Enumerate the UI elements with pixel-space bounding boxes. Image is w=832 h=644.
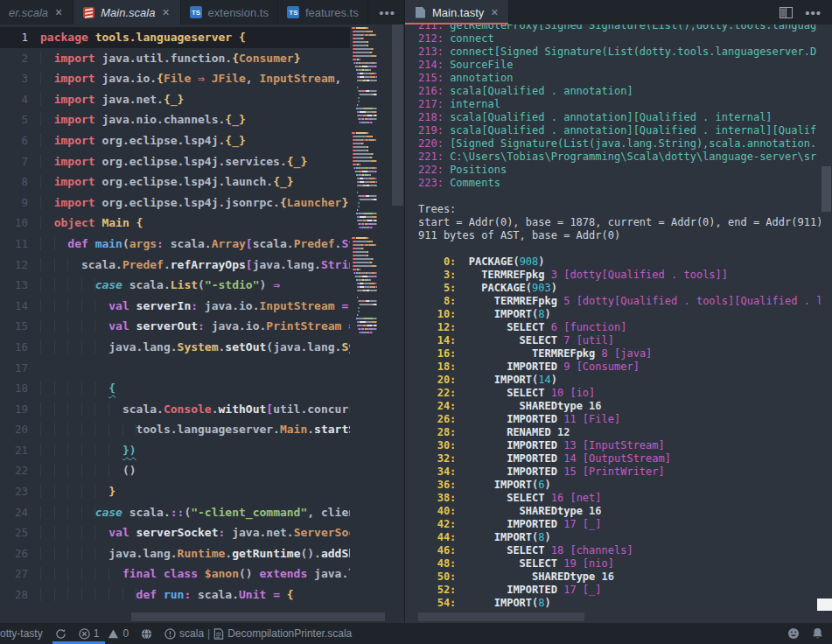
right-code-lines: 211: getRemoteProxy[Signed Signature(Lis… [418,24,821,612]
line-number: 8 [0,172,40,192]
tasty-line: 48: SELECT 19 [nio] [418,557,821,570]
file-file-icon [414,6,427,19]
code-line: 24 case scala.::("-client_command", clie… [0,502,350,523]
tasty-line: 12: SELECT 6 [function] [418,321,821,334]
line-number: 28 [0,584,40,606]
tasty-line [418,190,821,203]
problems-item[interactable]: 1 0 [79,627,129,640]
scroll-corner [817,598,832,611]
tasty-line: 30: IMPORTED 13 [InputStream] [418,439,821,452]
language-mode-item[interactable]: scala | DecompilationPrinter.scala [164,627,352,640]
tasty-line: start = Addr(0), base = 1878, current = … [418,216,821,229]
tasty-line: 52: IMPORTED 17 [_] [418,584,821,597]
minimap[interactable] [350,24,391,623]
tab-main-tasty[interactable]: Main.tasty× [405,0,509,24]
close-icon[interactable]: × [160,6,171,18]
live-share-button[interactable] [141,628,152,640]
editor-pane-scala[interactable]: 1package tools.languageserver {2 import … [0,24,405,623]
status-bar: otty-tasty 1 0 scala | DecompilationPrin… [0,623,832,644]
tab-main-scala[interactable]: Main.scala× [73,0,180,24]
line-number: 24 [0,502,40,523]
line-number: 14 [0,296,40,317]
code-line: 10 object Main { [0,213,350,234]
line-number: 2 [0,48,40,69]
line-number: 9 [0,192,40,214]
tasty-line: 24: SHAREDtype 16 [418,400,821,413]
tasty-line: 0: PACKAGE(908) [418,256,821,269]
tasty-line: 50: SHAREDtype 16 [418,570,821,584]
code-line: 7 import org.eclipse.lsp4j.services.{_} [0,151,350,172]
vscode-window: er.scala×Main.scala×TSextension.tsTSfeat… [0,0,832,644]
tasty-line: 32: IMPORTED 14 [OutputStream] [418,452,821,466]
line-number: 7 [0,151,40,172]
tasty-line: 40: SHAREDtype 16 [418,505,821,518]
scala-file-icon [82,6,95,19]
code-line: 20 tools.languageserver.Main.startS [0,419,350,440]
more-actions-icon[interactable]: ••• [805,5,822,20]
code-line: 21 }) [0,440,350,461]
line-number: 1 [0,27,40,48]
line-number: 13 [0,275,40,296]
line-number: 19 [0,399,40,420]
tasty-line: Trees: [418,203,821,216]
tasty-line: 42: IMPORTED 17 [_] [418,518,821,531]
smiley-icon [787,627,800,640]
status-left: otty-tasty 1 0 scala | DecompilationPrin… [0,627,352,640]
tab-label: extension.ts [208,6,269,19]
close-icon[interactable]: × [489,6,500,18]
tasty-line: 215: annotation [418,72,821,85]
tasty-line: 219: scala[Qualified . annotation][Quali… [418,124,821,137]
code-line: 26 java.lang.Runtime.getRuntime().addSh [0,543,350,564]
ts-file-icon: TS [190,6,203,19]
sync-button[interactable] [55,628,66,640]
tab-bar: er.scala×Main.scala×TSextension.tsTSfeat… [0,0,832,24]
tasty-line: 18: IMPORTED 9 [Consumer] [418,360,821,374]
tab-features-ts[interactable]: TSfeatures.ts [278,0,368,24]
right-horizontal-scrollbar[interactable] [418,612,584,621]
code-line: 25 val serverSocket: java.net.ServerSoc [0,522,350,543]
warning-icon [108,628,119,640]
line-number: 18 [0,378,40,399]
notifications-button[interactable] [812,627,823,640]
close-icon[interactable]: × [53,6,64,18]
globe-icon [141,628,152,640]
tasty-line [418,242,821,256]
split-editor-icon[interactable] [780,7,793,18]
line-number: 25 [0,522,40,543]
line-number: 6 [0,130,40,151]
tasty-line: 26: IMPORTED 11 [File] [418,413,821,426]
tab-er-scala[interactable]: er.scala× [0,0,73,24]
left-horizontal-scrollbar[interactable] [131,612,385,621]
code-line: 4 import java.net.{_} [0,89,350,110]
ts-file-icon: TS [287,6,300,19]
line-number: 10 [0,213,40,234]
line-number: 20 [0,419,40,440]
left-group-more-button[interactable]: ••• [370,0,404,24]
tab-label: Main.scala [101,6,155,19]
left-vertical-scrollbar[interactable] [391,24,404,623]
tasty-line: 22: SELECT 10 [io] [418,387,821,400]
tasty-line: 10: IMPORT(8) [418,308,821,321]
tasty-line: 16: TERMREFpkg 8 [java] [418,347,821,360]
error-icon [79,628,90,640]
code-line: 2 import java.util.function.{Consumer} [0,48,350,69]
tab-extension-ts[interactable]: TSextension.ts [181,0,278,24]
tasty-line: 54: IMPORT(8) [418,597,821,610]
branch-label: otty-tasty [0,627,43,640]
tasty-line: 5: PACKAGE(903) [418,282,821,295]
tasty-line: 223: Comments [418,177,821,190]
code-line: 11 def main(args: scala.Array[scala.Pred… [0,234,350,255]
editor-pane-tasty[interactable]: 211: getRemoteProxy[Signed Signature(Lis… [405,24,832,623]
line-number: 12 [0,255,40,276]
git-branch-item[interactable]: otty-tasty [0,627,43,640]
line-number: 5 [0,109,40,130]
line-number: 17 [0,358,40,379]
line-number: 15 [0,316,40,337]
code-line: 23 } [0,481,350,502]
right-vertical-scrollbar[interactable] [821,24,832,612]
tasty-line: 222: Positions [418,164,821,177]
code-line: 22 () [0,460,350,481]
tasty-line: 218: scala[Qualified . annotation][Quali… [418,111,821,124]
code-line: 28 def run: scala.Unit = { [0,584,350,606]
feedback-button[interactable] [787,627,800,640]
